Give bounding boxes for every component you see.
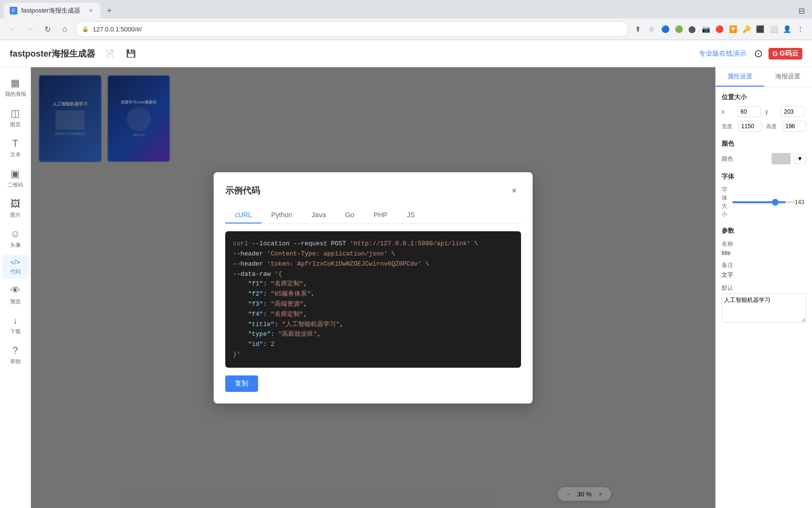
code-line-6: "f2": "85服务体系",: [233, 289, 513, 299]
sidebar-item-avatar[interactable]: ☺ 头像: [2, 224, 29, 253]
gmy-text: G码云: [780, 49, 798, 58]
extension-5[interactable]: 🔴: [713, 23, 725, 35]
modal-tab-java[interactable]: Java: [302, 207, 336, 224]
right-tab-poster[interactable]: 海报设置: [764, 67, 812, 87]
position-row-2: 宽度 高度: [722, 121, 806, 132]
x-input[interactable]: [737, 106, 761, 117]
extension-4[interactable]: 📷: [700, 23, 711, 35]
height-input[interactable]: [782, 121, 806, 132]
save-draft-button[interactable]: 📄: [103, 47, 116, 60]
tab-favicon: F: [10, 7, 17, 15]
save-button[interactable]: 💾: [124, 47, 138, 60]
sidebar-item-preview[interactable]: 👁 预览: [2, 281, 29, 309]
download-icon: ↓: [13, 315, 18, 326]
code-line-11: "id": 2: [233, 340, 513, 350]
param-default-row: 默认 人工智能机器学习: [722, 284, 806, 325]
pro-link[interactable]: 专业版在线演示: [699, 49, 746, 58]
modal-tabs: cURL Python Java Go PHP JS: [225, 207, 521, 224]
address-bar[interactable]: 🔒 127.0.0.1:5000/#/: [75, 21, 628, 37]
color-row: 颜色 ▼: [722, 153, 806, 164]
modal-tab-python[interactable]: Python: [261, 207, 302, 224]
extension-2[interactable]: 🟢: [673, 23, 684, 35]
width-input[interactable]: [738, 121, 762, 132]
param-name-label: 名称: [722, 240, 806, 248]
back-button[interactable]: ←: [6, 22, 19, 36]
sidebar-item-qrcode[interactable]: ▣ 二维码: [2, 164, 29, 193]
profile-button[interactable]: 👤: [781, 23, 793, 35]
canvas-area: 人工智能机器学习 深度学习CNN最新技 深度学习CNN最新技 讲师介绍: [31, 67, 715, 508]
modal-tab-curl[interactable]: cURL: [225, 207, 261, 224]
color-picker-row: ▼: [771, 153, 806, 164]
modal-tab-php[interactable]: PHP: [364, 207, 397, 224]
browser-actions: ⬆ ☆ 🔵 🟢 ⬤ 📷 🔴 🔽 🔑 ⬛ ⬜ 👤 ⋮: [632, 23, 806, 35]
tab-title: fastposter海报生成器: [21, 6, 83, 15]
sidebar-item-layers[interactable]: ◫ 图层: [2, 104, 29, 132]
app-body: ▦ 我的海报 ◫ 图层 T 文本 ▣ 二维码 🖼 图片 ☺ 头像: [0, 67, 812, 508]
sidebar-item-text[interactable]: T 文本: [2, 134, 29, 162]
forward-button[interactable]: →: [23, 22, 37, 36]
menu-button[interactable]: ⋮: [795, 23, 806, 35]
refresh-button[interactable]: ↻: [41, 22, 54, 36]
code-line-5: "f1": "名师定制",: [233, 279, 513, 289]
left-sidebar: ▦ 我的海报 ◫ 图层 T 文本 ▣ 二维码 🖼 图片 ☺ 头像: [0, 67, 31, 508]
font-title: 字体: [722, 172, 806, 181]
lock-icon: 🔒: [82, 26, 89, 32]
code-line-7: "f3": "高端资源",: [233, 299, 513, 310]
code-line-8: "f4": "名师定制",: [233, 310, 513, 320]
gmy-logo[interactable]: G G码云: [768, 48, 802, 60]
y-input[interactable]: [781, 106, 805, 117]
param-name-value: title: [722, 250, 806, 256]
image-icon: 🖼: [11, 198, 20, 209]
home-button[interactable]: ⌂: [58, 22, 72, 36]
help-icon: ?: [13, 345, 18, 356]
sidebar-label-help: 帮助: [10, 358, 21, 365]
sidebar-item-code[interactable]: </> 代码: [2, 254, 29, 279]
param-note-value: 文字: [722, 271, 806, 279]
new-tab-button[interactable]: +: [102, 4, 116, 17]
gmy-g: G: [772, 50, 778, 58]
right-tab-properties[interactable]: 属性设置: [716, 67, 764, 87]
extension-9[interactable]: ⬜: [768, 23, 779, 35]
extension-8[interactable]: ⬛: [754, 23, 766, 35]
sidebar-item-help[interactable]: ? 帮助: [2, 341, 29, 369]
extension-1[interactable]: 🔵: [659, 23, 671, 35]
sidebar-label-avatar: 头像: [10, 241, 21, 249]
modal-overlay: 示例代码 × cURL Python Java Go PHP JS curl -…: [31, 67, 715, 508]
modal-tab-js[interactable]: JS: [397, 207, 424, 224]
modal-close-button[interactable]: ×: [508, 184, 521, 197]
param-default-textarea[interactable]: 人工智能机器学习: [722, 294, 806, 323]
font-size-slider[interactable]: [732, 201, 795, 203]
height-label: 高度: [766, 123, 779, 130]
text-icon: T: [12, 138, 18, 149]
bookmark-button[interactable]: ☆: [646, 23, 657, 35]
code-line-9: "title": "人工智能机器学习",: [233, 320, 513, 330]
tab-collapse-button[interactable]: ⊟: [795, 4, 808, 17]
color-section: 颜色 颜色 ▼: [722, 139, 806, 164]
tab-close-button[interactable]: ×: [87, 7, 95, 15]
color-select[interactable]: ▼: [794, 154, 806, 164]
browser-tab[interactable]: F fastposter海报生成器 ×: [4, 3, 101, 18]
font-section: 字体 字体大小 143: [722, 172, 806, 219]
extension-3[interactable]: ⬤: [686, 23, 698, 35]
sidebar-item-download[interactable]: ↓ 下载: [2, 311, 29, 339]
sidebar-label-download: 下载: [10, 328, 21, 335]
extension-7[interactable]: 🔑: [740, 23, 752, 35]
y-label: y: [765, 108, 777, 115]
param-note-row: 备注 文字: [722, 261, 806, 279]
position-row-1: x y: [722, 106, 806, 117]
color-swatch[interactable]: [771, 153, 791, 164]
code-line-4: --data-raw '{: [233, 269, 513, 280]
sidebar-item-my-posters[interactable]: ▦ 我的海报: [2, 73, 29, 102]
layers-icon: ◫: [11, 107, 20, 119]
chevron-down-icon: ▼: [797, 155, 803, 162]
code-block: curl --location --request POST 'http://1…: [225, 231, 521, 368]
share-button[interactable]: ⬆: [632, 23, 644, 35]
params-title: 参数: [722, 226, 806, 235]
param-name-row: 名称 title: [722, 240, 806, 256]
modal-tab-go[interactable]: Go: [335, 207, 364, 224]
extension-6[interactable]: 🔽: [727, 23, 739, 35]
sidebar-item-image[interactable]: 🖼 图片: [2, 194, 29, 223]
copy-button[interactable]: 复制: [225, 375, 258, 392]
github-icon[interactable]: ⊙: [754, 47, 763, 60]
sidebar-label-preview: 预览: [10, 298, 21, 305]
